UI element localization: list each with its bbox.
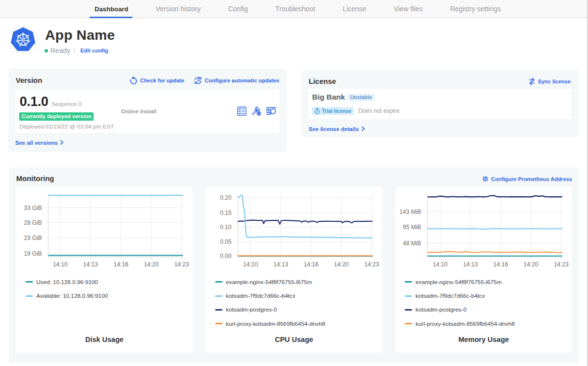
svg-text:14:13: 14:13 bbox=[463, 261, 478, 267]
svg-text:14:10: 14:10 bbox=[53, 261, 68, 267]
svg-text:23 GiB: 23 GiB bbox=[24, 235, 42, 241]
svg-text:14:23: 14:23 bbox=[365, 261, 379, 267]
svg-text:14:20: 14:20 bbox=[334, 261, 348, 267]
svg-text:0.20: 0.20 bbox=[220, 194, 232, 201]
svg-text:0.05: 0.05 bbox=[220, 238, 232, 245]
svg-text:14:13: 14:13 bbox=[83, 261, 98, 267]
svg-text:143 MiB: 143 MiB bbox=[399, 208, 421, 215]
svg-text:19 GiB: 19 GiB bbox=[24, 250, 42, 257]
svg-text:14:23: 14:23 bbox=[174, 261, 189, 267]
svg-text:14:10: 14:10 bbox=[433, 261, 447, 267]
svg-text:14:20: 14:20 bbox=[523, 261, 538, 267]
svg-text:14:20: 14:20 bbox=[144, 261, 159, 267]
svg-text:14:16: 14:16 bbox=[114, 261, 128, 267]
svg-text:48 MiB: 48 MiB bbox=[403, 239, 421, 246]
svg-text:95 MiB: 95 MiB bbox=[403, 224, 421, 231]
svg-text:28 GiB: 28 GiB bbox=[24, 219, 42, 226]
svg-text:0.10: 0.10 bbox=[220, 224, 232, 231]
svg-text:0.00: 0.00 bbox=[220, 253, 232, 260]
svg-text:33 GiB: 33 GiB bbox=[24, 204, 42, 211]
svg-text:14:16: 14:16 bbox=[304, 261, 318, 267]
svg-text:14:16: 14:16 bbox=[493, 261, 508, 267]
svg-text:14:10: 14:10 bbox=[243, 261, 258, 267]
svg-text:0.15: 0.15 bbox=[220, 209, 232, 216]
svg-text:14:13: 14:13 bbox=[273, 261, 288, 267]
svg-text:14:23: 14:23 bbox=[554, 261, 568, 267]
